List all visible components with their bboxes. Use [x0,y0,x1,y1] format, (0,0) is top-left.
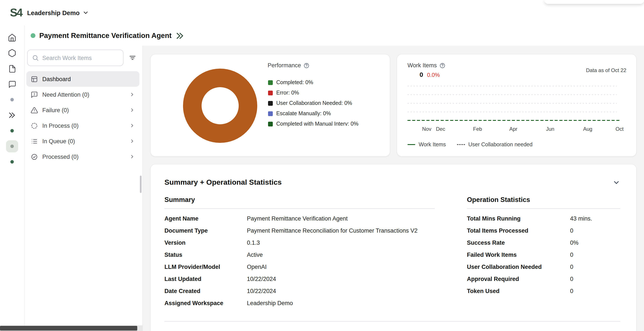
rail-dot-gray[interactable] [0,92,24,108]
legend-swatch [268,80,273,85]
row-label: Version [164,239,247,246]
top-header: S4 Leadership Demo [0,0,644,26]
app-logo: S4 [10,6,22,20]
dashboard-icon [31,75,38,83]
x-axis-label: Nov [422,126,432,132]
summary-column: Summary Agent Name Payment Remittance Ve… [164,196,434,309]
performance-help-button[interactable] [304,62,310,68]
row-label: User Collaboration Needed [467,264,570,270]
dot-icon [10,98,14,102]
sidebar-item-failure[interactable]: Failure (0) [26,102,140,118]
row-value: 0 [570,227,573,234]
summary-row: Status Active [164,248,434,261]
search-input[interactable] [42,54,119,61]
sidebar-item-processed[interactable]: Processed (0) [26,149,140,164]
sidebar-item-label: Processed (0) [42,154,78,160]
workspace-name: Leadership Demo [27,9,80,16]
summary-row: Last Updated 10/22/2024 [164,273,434,285]
spinner-icon [31,122,38,129]
summary-row: Agent Name Payment Remittance Verificati… [164,212,434,224]
sidebar: Dashboard Need Attention (0) [24,46,143,331]
work-items-percent: 0.0% [427,72,440,78]
filter-icon [129,54,136,62]
data-as-of-label: Data as of Oct 22 [586,67,626,73]
next-section-divider [164,321,620,322]
rail-item-documents[interactable] [0,61,24,76]
sidebar-item-label: Dashboard [42,76,71,82]
rail-item-home[interactable] [0,30,24,45]
sidebar-item-label: Need Attention (0) [42,91,89,98]
main-content: Performance [143,46,644,331]
row-value: Leadership Demo [247,300,293,306]
x-axis-label: Dec [436,126,445,132]
row-label: Agent Name [164,215,247,222]
legend-item: Completed: 0% [268,78,358,86]
rail-item-agents[interactable] [0,108,24,123]
filter-button[interactable] [129,54,136,62]
collapse-section-button[interactable] [612,179,620,186]
icon-rail [0,26,24,331]
legend-label: Escalate Manually: 0% [276,110,331,116]
summary-row: Assigned Workspace Leadership Demo [164,297,434,309]
x-axis-label: Feb [473,126,482,132]
sidebar-item-in-queue[interactable]: In Queue (0) [26,133,140,149]
legend-swatch [268,111,273,116]
rail-dot-agent-1[interactable] [0,123,24,138]
sidebar-item-in-process[interactable]: In Process (0) [26,118,140,133]
rail-dot-agent-2[interactable] [0,154,24,170]
help-icon [440,62,446,68]
sidebar-item-label: Failure (0) [42,107,69,113]
x-axis-label: Oct [616,126,624,132]
work-items-title: Work Items [408,62,437,68]
dot-icon [10,160,14,164]
work-items-help-button[interactable] [440,62,446,68]
row-value: 0 [570,264,573,270]
row-value: OpenAI [247,264,267,270]
row-value: Payment Remittance Verification Agent [247,215,348,222]
rail-dot-agent-selected[interactable] [0,138,24,154]
row-label: Date Created [164,288,247,294]
horizontal-scrollbar[interactable] [0,326,143,331]
operation-stats-heading: Operation Statistics [467,196,620,209]
legend-swatch [268,122,273,126]
rail-item-chat[interactable] [0,76,24,92]
work-items-count: 0 [420,71,423,78]
stats-row: Total Items Processed 0 [467,224,620,236]
sidebar-item-need-attention[interactable]: Need Attention (0) [26,87,140,102]
row-value: 0 [570,288,573,294]
performance-legend: Completed: 0% Error: 0% User Collaborati… [268,78,358,128]
legend-item: User Collaboration needed [457,142,532,148]
chevron-right-icon [129,92,135,98]
summary-row: Version 0.1.3 [164,236,434,248]
summary-row: Document Type Payment Remittance Reconci… [164,224,434,236]
row-label: Last Updated [164,276,247,282]
row-label: Approval Required [467,276,570,282]
legend-label: Completed with Manual Interv: 0% [276,121,358,127]
dotted-line-swatch [457,144,465,145]
sidebar-item-dashboard[interactable]: Dashboard [26,71,140,87]
row-value: Active [247,252,263,258]
summary-row: Date Created 10/22/2024 [164,285,434,297]
search-box [27,50,124,66]
legend-item: Completed with Manual Interv: 0% [268,120,358,128]
chevron-down-icon [83,10,89,16]
rail-item-hexagon[interactable] [0,45,24,61]
row-value: 43 mins. [570,215,592,222]
row-value: 0.1.3 [247,239,260,246]
row-label: Assigned Workspace [164,300,247,306]
page-title: Payment Remittance Verification Agent [39,32,172,40]
horizontal-scrollbar-thumb[interactable] [0,326,137,330]
list-icon [31,138,38,145]
sidebar-item-label: In Process (0) [42,122,78,129]
stats-row: Success Rate 0% [467,236,620,248]
chat-icon [8,80,16,88]
stats-row: Approval Required 0 [467,273,620,285]
row-label: Total Mins Running [467,215,570,222]
legend-swatch [268,90,273,95]
document-icon [8,64,16,73]
sidebar-scrollbar-thumb[interactable] [140,176,142,193]
check-circle-icon [31,153,38,160]
workspace-switcher[interactable]: Leadership Demo [27,9,89,16]
x-axis-label: Aug [583,126,592,132]
chevron-right-icon [129,107,135,113]
